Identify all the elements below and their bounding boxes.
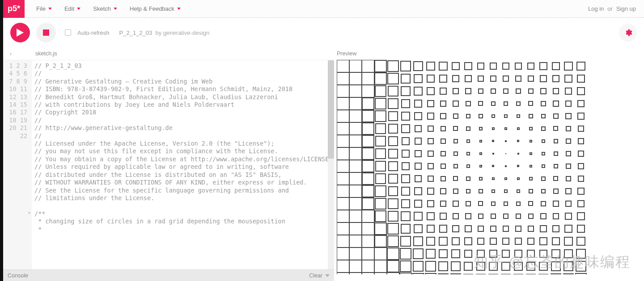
grid-square [466,126,470,130]
grid-square [425,261,436,271]
stop-icon [43,29,49,36]
grid-square [414,212,422,220]
signup-link[interactable]: Sign up [616,5,636,12]
grid-square [464,237,472,245]
code-editor[interactable]: 1 2 3 4 5 6 7 8 9 10 11 12 13 14 15 16 1… [3,60,334,269]
grid-square [452,75,459,82]
stop-button[interactable] [36,23,56,42]
grid-square [466,201,471,206]
play-button[interactable] [10,23,30,42]
grid-square [401,224,411,234]
grid-square [401,187,410,196]
grid-square [565,213,572,220]
menu-sketch[interactable]: Sketch [87,0,123,18]
grid-square [478,88,484,94]
grid-square [375,148,386,159]
grid-square [515,75,521,82]
grid-square [415,175,422,183]
file-tab[interactable]: sketch.js [19,50,57,57]
menu-edit[interactable]: Edit [58,0,87,18]
grid-square [401,211,411,221]
sketch-name-text: P_2_1_2_03 [119,29,153,36]
grid-square [402,137,410,146]
settings-button[interactable] [619,24,637,42]
grid-square [504,189,508,193]
grid-square [566,176,572,182]
sidebar-expand-icon[interactable]: › [7,50,15,57]
grid-square [375,110,386,122]
grid-square [413,236,423,246]
grid-square [361,84,374,97]
grid-square [552,75,559,82]
grid-square [374,235,387,248]
grid-square [337,235,350,247]
preview-canvas[interactable] [337,60,587,274]
grid-square [452,62,460,70]
grid-square [564,261,573,271]
editor-scrollbar-thumb[interactable] [328,60,334,159]
editor-scrollbar-track[interactable] [328,60,334,269]
grid-square [428,126,434,132]
grid-square [564,249,573,259]
grid-square [576,237,585,246]
grid-square [530,152,532,155]
grid-square [388,174,398,184]
grid-square [388,86,398,96]
menu-help-feedback[interactable]: Help & Feedback [123,0,187,18]
grid-square [466,114,471,119]
grid-square [565,101,572,107]
grid-square [388,211,398,222]
grid-square [361,247,374,260]
grid-square [337,60,350,73]
menu-file[interactable]: File [30,0,58,18]
grid-square [388,98,398,109]
grid-square [526,274,536,274]
grid-square [425,273,436,274]
grid-square [440,88,447,95]
grid-square [441,126,446,132]
grid-square [526,262,535,271]
grid-square [337,272,350,274]
grid-square [577,212,585,220]
menu-bar: FileEditSketchHelp & Feedback [25,0,187,18]
grid-square [414,74,423,83]
author-link[interactable]: generative-design [163,29,209,36]
grid-square [492,153,494,155]
grid-square [502,250,510,258]
grid-square [427,225,435,233]
grid-square [478,214,484,219]
grid-square [375,98,386,109]
grid-square [530,165,533,168]
grid-square [439,237,447,245]
fold-arrow-icon[interactable]: ▼ [27,211,31,215]
auto-refresh-checkbox[interactable] [65,29,71,36]
grid-square [337,260,350,273]
grid-square [387,73,398,84]
grid-square [337,210,350,222]
grid-square [441,138,446,144]
grid-square [401,86,411,96]
logo[interactable]: p5* [3,0,25,18]
grid-square [337,197,350,210]
login-link[interactable]: Log in [588,5,604,12]
code-content[interactable]: // P_2_1_2_03 // // Generative Gestaltun… [32,60,334,269]
grid-square [453,139,458,143]
grid-square [552,62,560,70]
grid-square [375,161,386,172]
grid-square [337,84,350,97]
grid-square [463,274,474,274]
play-icon [17,29,24,37]
grid-square [427,200,434,207]
console-label: Console [8,273,28,279]
grid-square [349,109,362,122]
grid-square [414,87,422,95]
grid-square [349,197,362,210]
console-clear-button[interactable]: Clear [309,273,330,279]
grid-square [528,75,534,82]
sketch-title[interactable]: P_2_1_2_03 by generative-design [119,29,210,36]
grid-square [503,214,508,219]
grid-square [453,189,458,194]
grid-square [576,249,586,259]
grid-square [516,88,521,94]
grid-square [349,247,362,260]
